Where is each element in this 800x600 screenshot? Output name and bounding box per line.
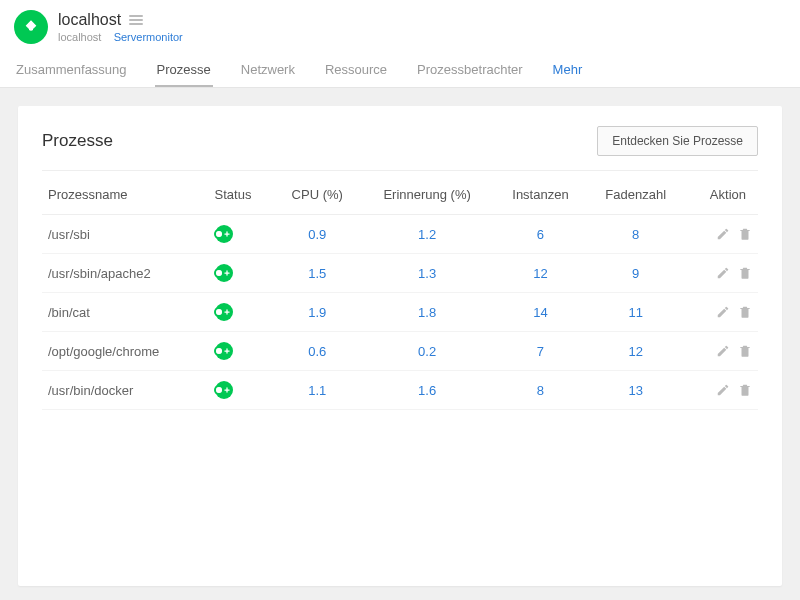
edit-icon[interactable] bbox=[716, 344, 730, 358]
status-up-icon bbox=[215, 225, 233, 243]
breadcrumb: localhost Servermonitor bbox=[58, 31, 183, 43]
cell-cpu[interactable]: 1.5 bbox=[275, 254, 360, 293]
cell-threads[interactable]: 11 bbox=[587, 293, 685, 332]
cell-threads[interactable]: 9 bbox=[587, 254, 685, 293]
cell-memory[interactable]: 1.6 bbox=[360, 371, 494, 410]
cell-memory[interactable]: 1.2 bbox=[360, 215, 494, 254]
discover-processes-button[interactable]: Entdecken Sie Prozesse bbox=[597, 126, 758, 156]
cell-cpu[interactable]: 1.1 bbox=[275, 371, 360, 410]
status-up-icon bbox=[215, 303, 233, 321]
processes-table: Prozessname Status CPU (%) Erinnerung (%… bbox=[42, 175, 758, 446]
status-up-icon bbox=[215, 381, 233, 399]
cell-status bbox=[209, 254, 275, 293]
cell-cpu[interactable]: 0.6 bbox=[275, 332, 360, 371]
cell-instances[interactable]: 14 bbox=[494, 293, 586, 332]
edit-icon[interactable] bbox=[716, 227, 730, 241]
status-up-icon bbox=[215, 342, 233, 360]
cell-instances[interactable]: 6 bbox=[494, 215, 586, 254]
delete-icon[interactable] bbox=[738, 305, 752, 319]
cell-name: /opt/google/chrome bbox=[42, 332, 209, 371]
cell-name: /usr/sbin/apache2 bbox=[42, 254, 209, 293]
cell-threads[interactable]: 12 bbox=[587, 332, 685, 371]
cell-status bbox=[209, 293, 275, 332]
tab-network[interactable]: Netzwerk bbox=[239, 54, 297, 87]
delete-icon[interactable] bbox=[738, 383, 752, 397]
tab-processes[interactable]: Prozesse bbox=[155, 54, 213, 87]
col-action: Aktion bbox=[685, 175, 758, 215]
cell-memory[interactable]: 0.2 bbox=[360, 332, 494, 371]
status-up-icon bbox=[215, 264, 233, 282]
host-status-badge bbox=[14, 10, 48, 44]
cell-cpu[interactable]: 0.9 bbox=[275, 215, 360, 254]
cell-cpu[interactable]: 1.9 bbox=[275, 293, 360, 332]
col-memory[interactable]: Erinnerung (%) bbox=[360, 175, 494, 215]
col-name[interactable]: Prozessname bbox=[42, 175, 209, 215]
cell-status bbox=[209, 215, 275, 254]
cell-memory[interactable]: 1.3 bbox=[360, 254, 494, 293]
delete-icon[interactable] bbox=[738, 227, 752, 241]
table-row: /usr/sbi0.91.268 bbox=[42, 215, 758, 254]
edit-icon[interactable] bbox=[716, 383, 730, 397]
breadcrumb-page[interactable]: Servermonitor bbox=[114, 31, 183, 43]
panel-title: Prozesse bbox=[42, 131, 113, 151]
tab-processviewer[interactable]: Prozessbetrachter bbox=[415, 54, 525, 87]
tab-more[interactable]: Mehr bbox=[551, 54, 585, 87]
edit-icon[interactable] bbox=[716, 305, 730, 319]
hamburger-icon[interactable] bbox=[129, 13, 143, 27]
cell-memory[interactable]: 1.8 bbox=[360, 293, 494, 332]
cell-status bbox=[209, 371, 275, 410]
processes-panel: Prozesse Entdecken Sie Prozesse Prozessn… bbox=[18, 106, 782, 586]
col-instances[interactable]: Instanzen bbox=[494, 175, 586, 215]
delete-icon[interactable] bbox=[738, 266, 752, 280]
col-status[interactable]: Status bbox=[209, 175, 275, 215]
table-row: /opt/google/chrome0.60.2712 bbox=[42, 332, 758, 371]
cell-status bbox=[209, 332, 275, 371]
col-threads[interactable]: Fadenzahl bbox=[587, 175, 685, 215]
cell-instances[interactable]: 12 bbox=[494, 254, 586, 293]
tab-summary[interactable]: Zusammenfassung bbox=[14, 54, 129, 87]
cell-threads[interactable]: 13 bbox=[587, 371, 685, 410]
cell-name: /usr/sbi bbox=[42, 215, 209, 254]
cell-threads[interactable]: 8 bbox=[587, 215, 685, 254]
breadcrumb-host[interactable]: localhost bbox=[58, 31, 101, 43]
cell-name: /bin/cat bbox=[42, 293, 209, 332]
tab-resource[interactable]: Ressource bbox=[323, 54, 389, 87]
cell-instances[interactable]: 8 bbox=[494, 371, 586, 410]
col-cpu[interactable]: CPU (%) bbox=[275, 175, 360, 215]
host-title: localhost bbox=[58, 11, 121, 29]
cell-name: /usr/bin/docker bbox=[42, 371, 209, 410]
table-row: /usr/bin/docker1.11.6813 bbox=[42, 371, 758, 410]
delete-icon[interactable] bbox=[738, 344, 752, 358]
table-row: /bin/cat1.91.81411 bbox=[42, 293, 758, 332]
tab-bar: Zusammenfassung Prozesse Netzwerk Ressou… bbox=[14, 54, 786, 87]
cell-instances[interactable]: 7 bbox=[494, 332, 586, 371]
edit-icon[interactable] bbox=[716, 266, 730, 280]
table-row: /usr/sbin/apache21.51.3129 bbox=[42, 254, 758, 293]
